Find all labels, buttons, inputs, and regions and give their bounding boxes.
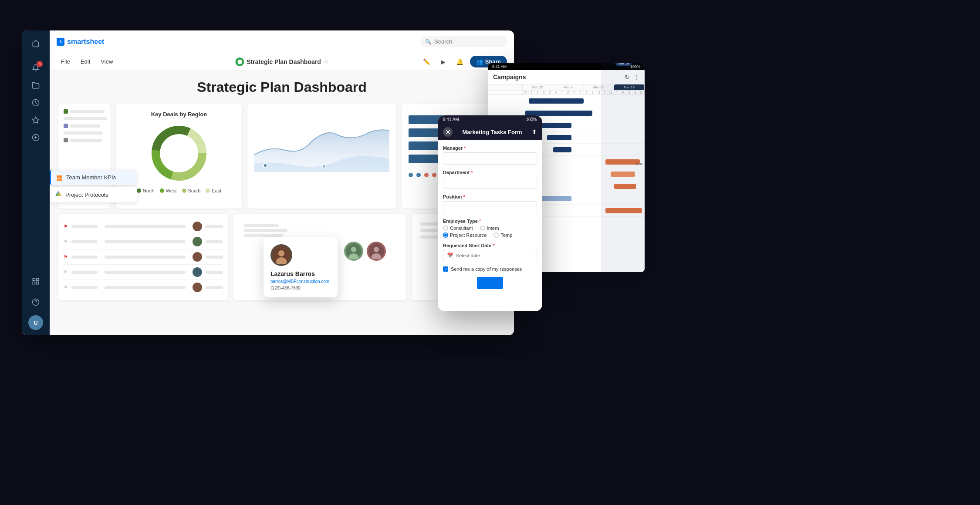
gantt-battery: 100% [630, 64, 640, 69]
table-widget: ⚑ ⚑ [58, 214, 228, 300]
help-icon[interactable] [28, 294, 44, 310]
table-row-5: ⚑ [64, 280, 223, 295]
table-icon: ▦ [56, 173, 63, 182]
mobile-time: 9:41 AM [443, 117, 459, 122]
week-mar18: Mar 18 [614, 84, 645, 90]
edit-icon[interactable]: ✏️ [420, 55, 433, 68]
department-input[interactable] [443, 177, 537, 189]
svg-point-20 [351, 247, 356, 252]
contact-name: Lazarus Barros [270, 270, 315, 277]
area-svg [254, 111, 389, 181]
gantt-date-row: Feb 25 Mar 4 Mar 11 Mar 18 [488, 84, 645, 91]
mobile-form-header: ✕ Marketing Tasks Form ⬆ [438, 124, 542, 140]
week-mar4: Mar 4 [553, 84, 584, 90]
menu-file[interactable]: File [57, 57, 74, 67]
radio-consultant[interactable]: Consultant [443, 226, 473, 231]
svg-rect-7 [33, 282, 35, 284]
logo-text: smartsheet [67, 38, 104, 46]
svg-marker-1 [33, 117, 39, 123]
sidebar-bottom: U [28, 273, 44, 330]
week-feb25: Feb 25 [523, 84, 553, 90]
flag-icon-red-2: ⚑ [64, 254, 68, 260]
contact-email: barros@MBFconstruction.com [270, 279, 329, 284]
table-row-2: ⚑ [64, 234, 223, 249]
chart-dot-2 [322, 164, 326, 168]
logo: s smartsheet [57, 38, 104, 46]
alert-icon[interactable]: 🔔 [453, 55, 466, 68]
home-icon[interactable] [28, 36, 44, 51]
menu-edit[interactable]: Edit [76, 57, 95, 67]
mobile-form-title: Marketing Tasks Form [456, 129, 528, 135]
recent-icon[interactable] [28, 95, 44, 111]
svg-point-23 [374, 247, 379, 252]
gantt-bar [614, 184, 636, 189]
search-bar[interactable]: 🔍 [420, 36, 507, 47]
gantt-time: 9:41 AM [492, 64, 507, 69]
user-avatar[interactable]: U [28, 315, 43, 330]
doc-title: Strategic Plan Dashboard [247, 58, 321, 65]
avatar-svg [273, 246, 290, 264]
drive-icon [55, 190, 62, 199]
table-row-1: ⚑ [64, 219, 223, 234]
table-row-4: ⚑ [64, 265, 223, 280]
department-field: Department * [443, 170, 537, 189]
gantt-bar [611, 172, 635, 177]
svg-rect-6 [37, 278, 39, 280]
row-avatar-4 [193, 267, 202, 277]
area-chart [254, 111, 389, 181]
folder-icon[interactable] [28, 77, 44, 93]
star-icon[interactable] [28, 112, 44, 128]
row-avatar-2 [193, 237, 202, 246]
row-avatar-5 [193, 283, 202, 292]
star-doc-icon[interactable]: ☆ [324, 59, 328, 65]
more-icon[interactable]: ⋮ [633, 74, 639, 81]
menubar: File Edit View ⬤ Strategic Plan Dashboar… [50, 53, 514, 71]
sidebar-logo-area [28, 36, 44, 53]
mobile-share-button[interactable]: ⬆ [532, 128, 537, 135]
gantt-header: Campaigns ↻ ⋮ [488, 70, 645, 84]
start-date-label: Requested Start Date * [443, 243, 537, 248]
svg-point-17 [278, 250, 284, 256]
legend-west: West [160, 188, 177, 193]
flag-icon-gray-3: ⚑ [64, 285, 68, 290]
manager-input[interactable] [443, 152, 537, 165]
row-avatar-3 [193, 252, 202, 262]
refresh-icon[interactable]: ↻ [625, 74, 630, 81]
radio-temp[interactable]: Temp [493, 232, 512, 238]
week-mar11: Mar 11 [584, 84, 614, 90]
calendar-icon: 📅 [447, 252, 453, 259]
submit-button[interactable] [477, 277, 503, 289]
notification-icon[interactable]: 3 [28, 60, 44, 76]
copy-field: ✓ Send me a copy of my responses [443, 266, 537, 272]
menu-view[interactable]: View [96, 57, 117, 67]
position-input[interactable] [443, 201, 537, 213]
quick-item-kpis[interactable]: ▦ Team Member KPIs [50, 170, 137, 185]
apps-icon[interactable] [28, 273, 44, 289]
date-picker[interactable]: 📅 Select date [443, 250, 537, 261]
share-icon: 👥 [476, 58, 483, 65]
gantt-bar [605, 208, 642, 213]
copy-checkbox[interactable]: ✓ [443, 266, 448, 272]
svg-rect-5 [33, 278, 35, 280]
quick-item-protocols[interactable]: Project Protocols [50, 187, 137, 202]
contact-avatar [270, 244, 292, 266]
table-row-3: ⚑ [64, 249, 223, 265]
doc-title-area: ⬤ Strategic Plan Dashboard ☆ [235, 57, 328, 66]
quick-item-kpis-label: Team Member KPIs [66, 174, 116, 181]
doc-icon: ⬤ [235, 57, 244, 66]
flag-icon-gray: ⚑ [64, 239, 68, 245]
present-icon[interactable]: ▶ [437, 55, 450, 68]
radio-intern[interactable]: Intern [480, 226, 499, 231]
donut-chart-svg [149, 123, 210, 184]
chart-dot-1 [263, 163, 267, 168]
mobile-close-button[interactable]: ✕ [443, 127, 453, 137]
grid-avatar-2 [367, 242, 386, 261]
gantt-bar-orange [605, 159, 639, 165]
position-label: Position * [443, 194, 537, 199]
legend-south: South [182, 188, 201, 193]
radio-project-resource[interactable]: Project Resource [443, 232, 487, 238]
add-icon[interactable] [28, 130, 44, 145]
radio-group: Consultant Intern Project Resource [443, 226, 537, 238]
gantt-row-1 [488, 95, 645, 107]
search-input[interactable] [434, 38, 495, 45]
